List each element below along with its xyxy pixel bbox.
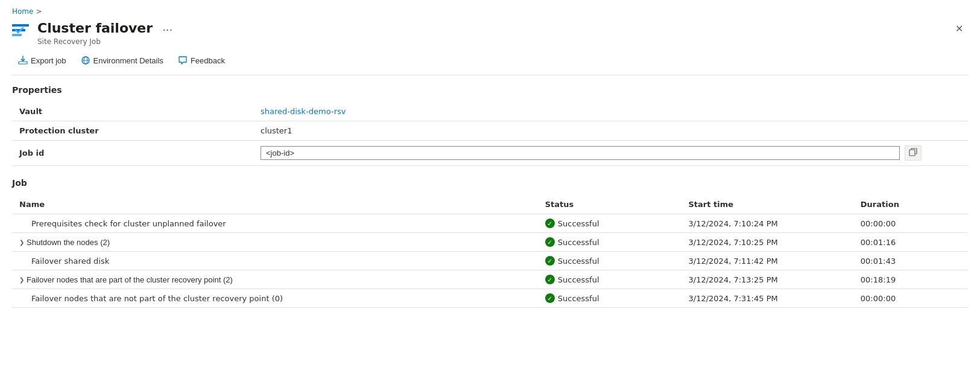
feedback-button[interactable]: Feedback <box>172 53 231 68</box>
job-start-time-cell: 3/12/2024, 7:31:45 PM <box>681 289 853 308</box>
table-row: Protection cluster cluster1 <box>12 121 968 141</box>
status-badge: ✓ Successful <box>545 218 674 228</box>
vault-link[interactable]: shared-disk-demo-rsv <box>261 107 346 116</box>
breadcrumb-separator: > <box>36 7 42 16</box>
close-button[interactable]: ✕ <box>950 21 968 37</box>
job-section: Job Name Status Start time Duration Prer… <box>12 178 968 308</box>
status-badge: ✓ Successful <box>545 256 674 266</box>
success-icon: ✓ <box>545 275 555 284</box>
job-status-cell: ✓ Successful <box>538 233 681 252</box>
job-start-time-cell: 3/12/2024, 7:10:25 PM <box>681 233 853 252</box>
job-start-time-cell: 3/12/2024, 7:13:25 PM <box>681 270 853 289</box>
status-text: Successful <box>558 238 599 247</box>
page-header-left: Cluster failover ··· Site Recovery Job <box>12 21 172 46</box>
job-table-header: Name Status Start time Duration <box>12 195 968 214</box>
expand-button[interactable]: ❯ Failover nodes that are part of the cl… <box>19 275 233 284</box>
job-table: Name Status Start time Duration Prerequi… <box>12 195 968 308</box>
protection-cluster-label: Protection cluster <box>12 121 253 141</box>
col-header-name: Name <box>12 195 538 214</box>
status-badge: ✓ Successful <box>545 293 674 303</box>
table-row: ❯ Shutdown the nodes (2) ✓ Successful 3/… <box>12 233 968 252</box>
svg-rect-2 <box>12 34 22 36</box>
table-row: Failover shared disk ✓ Successful 3/12/2… <box>12 252 968 270</box>
job-status-cell: ✓ Successful <box>538 214 681 233</box>
export-icon <box>18 56 28 65</box>
page-subtitle: Site Recovery Job <box>37 37 172 46</box>
table-row: ❯ Failover nodes that are part of the cl… <box>12 270 968 289</box>
table-row: Failover nodes that are not part of the … <box>12 289 968 308</box>
expand-button[interactable]: ❯ Shutdown the nodes (2) <box>19 238 110 247</box>
success-icon: ✓ <box>545 237 555 247</box>
job-name: Failover nodes that are not part of the … <box>19 294 283 303</box>
job-id-input[interactable] <box>261 146 900 160</box>
job-name: Failover shared disk <box>19 257 109 266</box>
breadcrumb: Home > <box>12 7 968 16</box>
export-job-button[interactable]: Export job <box>12 53 72 68</box>
breadcrumb-home[interactable]: Home <box>12 7 33 16</box>
properties-section-title: Properties <box>12 85 968 95</box>
chevron-right-icon: ❯ <box>19 276 24 283</box>
job-id-label: Job id <box>12 141 253 166</box>
svg-rect-3 <box>19 62 27 64</box>
job-name-cell: ❯ Failover nodes that are part of the cl… <box>12 270 538 289</box>
protection-cluster-value: cluster1 <box>253 121 968 141</box>
table-row: Vault shared-disk-demo-rsv <box>12 102 968 121</box>
feedback-icon <box>178 56 188 65</box>
copy-icon <box>909 148 917 156</box>
export-job-label: Export job <box>31 56 66 65</box>
job-start-time-cell: 3/12/2024, 7:11:42 PM <box>681 252 853 270</box>
environment-details-label: Environment Details <box>93 56 163 65</box>
table-row: Prerequisites check for cluster unplanne… <box>12 214 968 233</box>
copy-job-id-button[interactable] <box>905 145 922 161</box>
status-text: Successful <box>558 257 599 266</box>
col-header-start-time: Start time <box>681 195 853 214</box>
status-badge: ✓ Successful <box>545 237 674 247</box>
site-recovery-icon <box>12 22 31 43</box>
success-icon: ✓ <box>545 293 555 303</box>
job-name: Prerequisites check for cluster unplanne… <box>19 219 226 228</box>
feedback-label: Feedback <box>191 56 225 65</box>
col-header-duration: Duration <box>853 195 968 214</box>
toolbar: Export job Environment Details Feedback <box>12 53 968 75</box>
page-header: Cluster failover ··· Site Recovery Job ✕ <box>12 21 968 46</box>
table-row: Job id <box>12 141 968 166</box>
job-name: Failover nodes that are part of the clus… <box>27 275 233 284</box>
svg-rect-0 <box>12 24 29 27</box>
job-name-cell: ❯ Shutdown the nodes (2) <box>12 233 538 252</box>
job-name: Shutdown the nodes (2) <box>27 238 110 247</box>
job-id-input-group <box>261 145 961 161</box>
job-name-cell: Failover nodes that are not part of the … <box>12 289 538 308</box>
job-name-cell: Prerequisites check for cluster unplanne… <box>12 214 538 233</box>
job-start-time-cell: 3/12/2024, 7:10:24 PM <box>681 214 853 233</box>
status-text: Successful <box>558 275 599 284</box>
status-badge: ✓ Successful <box>545 275 674 284</box>
col-header-status: Status <box>538 195 681 214</box>
properties-table: Vault shared-disk-demo-rsv Protection cl… <box>12 102 968 166</box>
job-duration-cell: 00:01:43 <box>853 252 968 270</box>
job-status-cell: ✓ Successful <box>538 270 681 289</box>
success-icon: ✓ <box>545 256 555 266</box>
success-icon: ✓ <box>545 218 555 228</box>
job-duration-cell: 00:18:19 <box>853 270 968 289</box>
job-id-cell <box>253 141 968 166</box>
page-title: Cluster failover <box>37 21 153 36</box>
title-block: Cluster failover ··· Site Recovery Job <box>37 21 172 46</box>
status-text: Successful <box>558 219 599 228</box>
job-duration-cell: 00:01:16 <box>853 233 968 252</box>
status-text: Successful <box>558 294 599 303</box>
vault-value: shared-disk-demo-rsv <box>253 102 968 121</box>
job-status-cell: ✓ Successful <box>538 289 681 308</box>
job-status-cell: ✓ Successful <box>538 252 681 270</box>
svg-rect-7 <box>909 150 915 156</box>
environment-details-button[interactable]: Environment Details <box>75 53 169 68</box>
more-options-button[interactable]: ··· <box>162 24 172 36</box>
job-section-title: Job <box>12 178 968 188</box>
job-name-cell: Failover shared disk <box>12 252 538 270</box>
environment-icon <box>81 56 90 65</box>
job-duration-cell: 00:00:00 <box>853 214 968 233</box>
chevron-right-icon: ❯ <box>19 239 24 246</box>
vault-label: Vault <box>12 102 253 121</box>
job-duration-cell: 00:00:00 <box>853 289 968 308</box>
